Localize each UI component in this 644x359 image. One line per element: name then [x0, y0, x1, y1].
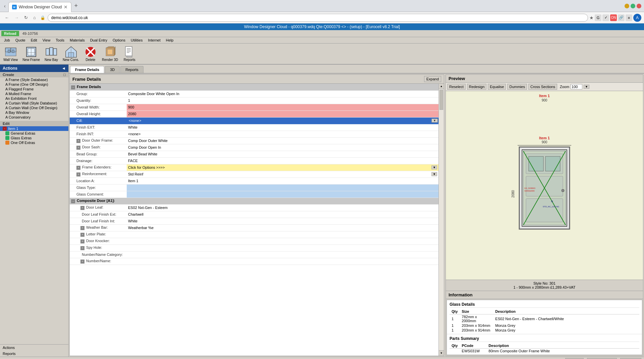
- tab-close-icon[interactable]: ✕: [64, 4, 68, 10]
- door-leaf-expand[interactable]: +: [80, 206, 84, 210]
- sidebar-edit-item-1[interactable]: - Item 1: [0, 126, 68, 131]
- value-cell[interactable]: [127, 231, 438, 238]
- frame-ext-scroll[interactable]: ▼: [431, 165, 437, 169]
- value-cell[interactable]: FACE: [127, 157, 438, 164]
- sidebar-edit-one-off-extras[interactable]: One Off Extras: [0, 140, 68, 145]
- menu-internet[interactable]: Internet: [145, 38, 163, 43]
- dropdown-arrow-btn[interactable]: ▼: [431, 119, 438, 123]
- browser-tab-prev[interactable]: ‹: [3, 3, 7, 9]
- zoom-dropdown-arrow[interactable]: ▼: [584, 85, 589, 89]
- new-frame-button[interactable]: New Frame: [20, 45, 42, 63]
- scroll-thumb[interactable]: [440, 90, 443, 110]
- value-cell-selected[interactable]: <none> ▼: [127, 117, 438, 124]
- frame-ext-expand[interactable]: +: [76, 166, 80, 170]
- reselect-btn[interactable]: Reselect: [447, 84, 466, 90]
- tab-reports[interactable]: Reports: [120, 66, 143, 73]
- door-outer-expand[interactable]: +: [76, 139, 80, 143]
- menu-materials[interactable]: Materials: [67, 38, 87, 43]
- num-name-expand[interactable]: +: [80, 260, 84, 264]
- sidebar-item-curtain-wall-style[interactable]: A Curtain Wall (Style Database): [0, 101, 68, 105]
- sidebar-actions-btn[interactable]: Actions: [0, 345, 68, 351]
- menu-tools[interactable]: Tools: [53, 38, 67, 43]
- render-3d-button[interactable]: Render 3D: [100, 45, 120, 63]
- sidebar-item-bay-window[interactable]: A Bay Window: [0, 110, 68, 115]
- reinf-scroll[interactable]: ▼: [431, 172, 437, 176]
- value-cell[interactable]: Bevel Bead White: [127, 151, 438, 157]
- sidebar-edit-glass-extras[interactable]: Glass Extras: [0, 136, 68, 140]
- value-cell[interactable]: ES02 Nxt-Gen - Esteem: [127, 204, 438, 211]
- menu-edit[interactable]: Edit: [28, 38, 40, 43]
- wall-view-button[interactable]: Wall View: [1, 45, 20, 63]
- v-scroll[interactable]: ▲ ▼: [438, 84, 444, 356]
- sidebar-item-a-frame-style[interactable]: A Frame (Style Database): [0, 77, 68, 82]
- home-btn[interactable]: ⌂: [31, 14, 38, 21]
- comp-expand[interactable]: -: [71, 199, 75, 203]
- refresh-btn[interactable]: ↻: [22, 14, 30, 21]
- sidebar-item-mulled-frame[interactable]: A Mulled Frame: [0, 91, 68, 96]
- create-toggle[interactable]: □: [63, 73, 66, 77]
- redesign-btn[interactable]: Redesign: [467, 84, 486, 90]
- menu-quote[interactable]: Quote: [13, 38, 28, 43]
- sidebar-collapse-icon[interactable]: ◄: [62, 66, 66, 71]
- new-bay-button[interactable]: New Bay: [43, 45, 60, 63]
- table-row[interactable]: Cill: <none> ▼: [70, 117, 438, 124]
- delete-button[interactable]: Delete: [82, 45, 99, 63]
- extension-icon1[interactable]: G: [595, 14, 601, 21]
- value-cell-blue[interactable]: [127, 184, 438, 191]
- value-cell[interactable]: Composite Door White Open In: [127, 90, 438, 97]
- menu-utilities[interactable]: Utilities: [128, 38, 145, 43]
- profile-icon[interactable]: A: [633, 14, 641, 22]
- extension-icon2[interactable]: ✓: [602, 14, 609, 21]
- address-bar[interactable]: [48, 14, 588, 22]
- forward-btn[interactable]: →: [12, 14, 21, 21]
- reload-button[interactable]: Reload: [1, 31, 19, 36]
- expand-button[interactable]: Expand: [424, 76, 441, 82]
- zoom-input[interactable]: [571, 84, 582, 89]
- sidebar-item-a-frame-one-off[interactable]: A Frame (One Off Design): [0, 82, 68, 87]
- sidebar-reports-btn[interactable]: Reports: [0, 351, 68, 357]
- sidebar-item-conservatory[interactable]: A Conservatory: [0, 115, 68, 120]
- value-cell-red[interactable]: 900: [127, 104, 438, 111]
- value-cell[interactable]: White: [127, 124, 438, 131]
- value-cell[interactable]: Item 1: [127, 177, 438, 184]
- extension-icon4[interactable]: 🔗: [618, 14, 625, 21]
- value-cell[interactable]: Weatherbar %e: [127, 224, 438, 231]
- tab-frame-details[interactable]: Frame Details: [70, 66, 104, 73]
- sidebar-item-exhibition-front[interactable]: An Exhibition Front: [0, 96, 68, 101]
- sidebar-edit-general-extras[interactable]: General Extras: [0, 131, 68, 136]
- menu-job[interactable]: Job: [1, 38, 13, 43]
- maximize-btn[interactable]: [631, 4, 635, 8]
- value-cell[interactable]: Std Reinf ▼: [127, 171, 438, 177]
- close-btn[interactable]: [637, 4, 641, 8]
- cross-sections-btn[interactable]: Cross Sections: [528, 84, 557, 90]
- menu-view[interactable]: View: [40, 38, 53, 43]
- extension-icon5[interactable]: ≡: [626, 14, 632, 21]
- menu-options[interactable]: Options: [110, 38, 128, 43]
- extension-icon3[interactable]: ON: [610, 14, 617, 21]
- back-btn[interactable]: ←: [3, 14, 11, 21]
- minimize-btn[interactable]: [625, 4, 629, 8]
- scroll-down-btn[interactable]: ▼: [439, 350, 444, 356]
- dummies-btn[interactable]: Dummies: [507, 84, 527, 90]
- value-cell[interactable]: Chartwell: [127, 211, 438, 218]
- value-cell[interactable]: Comp Door Outer White: [127, 137, 438, 144]
- value-cell-yellow[interactable]: Click for Options >>>> ▼: [127, 164, 438, 171]
- sidebar-item-curtain-wall-one-off[interactable]: A Curtain Wall (One Off Design): [0, 105, 68, 110]
- weather-expand[interactable]: +: [80, 226, 84, 230]
- reports-button[interactable]: Reports: [121, 45, 138, 63]
- value-cell-red[interactable]: 2080: [127, 111, 438, 117]
- menu-help[interactable]: Help: [163, 38, 176, 43]
- sidebar-item-flagged-frame[interactable]: A Flagged Frame: [0, 87, 68, 91]
- scroll-up-btn[interactable]: ▲: [439, 84, 444, 89]
- value-cell-blue[interactable]: [127, 191, 438, 198]
- value-cell[interactable]: White: [127, 218, 438, 224]
- bookmark-icon[interactable]: ★: [589, 15, 594, 20]
- reinf-expand[interactable]: +: [76, 172, 80, 176]
- new-tab-button[interactable]: +: [73, 2, 79, 10]
- spy-expand[interactable]: +: [80, 246, 84, 250]
- letter-expand[interactable]: +: [80, 233, 84, 237]
- menu-dual-entry[interactable]: Dual Entry: [87, 38, 110, 43]
- value-cell[interactable]: <none>: [127, 131, 438, 137]
- door-sash-expand[interactable]: +: [76, 146, 80, 150]
- equalise-btn[interactable]: Equalise: [488, 84, 506, 90]
